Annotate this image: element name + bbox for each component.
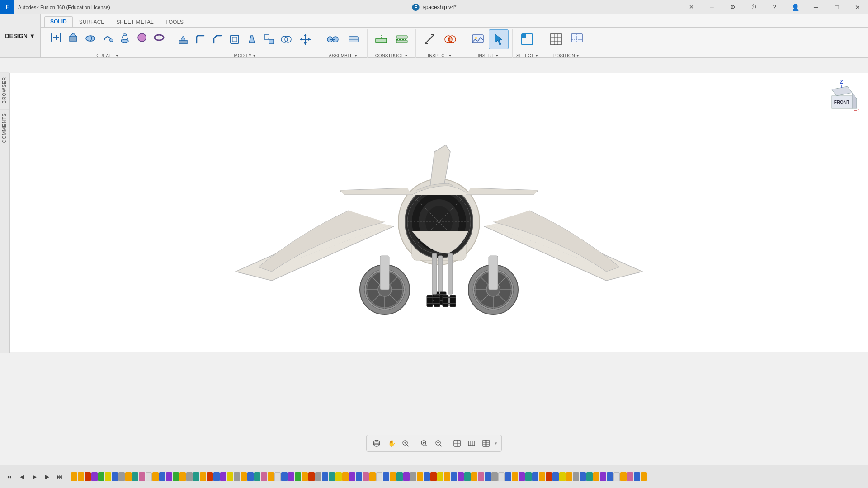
sphere-button[interactable] [134,29,150,46]
move-button[interactable] [295,29,315,49]
tl-item[interactable] [552,472,559,481]
tl-item[interactable] [179,472,186,481]
tl-item[interactable] [132,472,138,481]
tab-solid[interactable]: SOLID [44,16,73,27]
tl-item[interactable] [471,472,477,481]
tl-item[interactable] [613,472,620,481]
new-component-button[interactable] [48,29,64,46]
select-tool-button[interactable] [489,29,509,49]
tl-item[interactable] [403,472,410,481]
tl-item[interactable] [274,472,281,481]
tl-item[interactable] [159,472,165,481]
close-tab-button[interactable]: ✕ [681,0,702,14]
tl-item[interactable] [390,472,396,481]
orbit-button[interactable] [370,437,383,450]
tl-item[interactable] [634,472,640,481]
inspect-label[interactable]: INSPECT▼ [428,53,452,58]
tl-item[interactable] [539,472,545,481]
draft-button[interactable] [244,31,260,47]
tl-item[interactable] [261,472,267,481]
comments-tab[interactable]: COMMENTS [0,109,9,146]
joint-button[interactable] [323,29,343,49]
display-settings-button[interactable] [465,437,478,450]
insert-image-button[interactable] [468,29,488,49]
view-settings-button[interactable] [451,437,463,450]
tl-item[interactable] [464,472,471,481]
tl-item[interactable] [308,472,315,481]
create-label[interactable]: CREATE▼ [96,53,119,58]
tl-item[interactable] [417,472,423,481]
timeline-track[interactable] [69,465,868,488]
position-label[interactable]: POSITION▼ [553,53,580,58]
tl-item[interactable] [532,472,538,481]
tl-item[interactable] [525,472,532,481]
tl-item[interactable] [207,472,213,481]
tl-item[interactable] [295,472,301,481]
tl-item[interactable] [234,472,240,481]
tl-item[interactable] [247,472,254,481]
tl-item[interactable] [166,472,172,481]
interference-button[interactable] [440,29,460,49]
chamfer-button[interactable] [209,31,226,47]
tl-item[interactable] [363,472,369,481]
tl-item[interactable] [152,472,159,481]
extrude-button[interactable] [65,29,81,46]
tl-item[interactable] [376,472,382,481]
tl-item[interactable] [356,472,362,481]
tl-item[interactable] [268,472,274,481]
tl-item[interactable] [288,472,294,481]
tl-item[interactable] [146,472,152,481]
tl-item[interactable] [173,472,179,481]
tl-item[interactable] [586,472,593,481]
tl-item[interactable] [383,472,389,481]
tl-item[interactable] [281,472,288,481]
tab-surface[interactable]: SURFACE [74,17,110,27]
tl-item[interactable] [641,472,647,481]
timeline-first-button[interactable]: ⏮ [4,471,14,482]
browser-tab[interactable]: BROWSER [0,73,9,109]
tl-item[interactable] [112,472,118,481]
select-label[interactable]: SELECT▼ [516,53,538,58]
tl-item[interactable] [91,472,98,481]
tl-item[interactable] [105,472,111,481]
modify-label[interactable]: MODIFY▼ [234,53,256,58]
revolve-button[interactable] [82,29,99,46]
tl-item[interactable] [519,472,525,481]
scale-button[interactable] [261,31,277,47]
timeline-next-button[interactable]: ▶ [42,471,52,482]
tab-history-button[interactable]: ⏱ [743,0,764,14]
tl-item[interactable] [444,472,450,481]
shell-button[interactable] [226,31,243,47]
tab-tools[interactable]: TOOLS [160,17,189,27]
tl-item[interactable] [600,472,606,481]
tl-item[interactable] [491,472,498,481]
viewcube[interactable]: Z FRONT X [823,78,859,114]
sweep-button[interactable] [99,29,116,46]
tl-item[interactable] [213,472,220,481]
tl-item[interactable] [139,472,145,481]
tl-item[interactable] [335,472,342,481]
tl-item[interactable] [227,472,233,481]
select-button[interactable] [517,29,537,49]
tl-item[interactable] [512,472,518,481]
tl-item[interactable] [85,472,91,481]
grid-settings-button[interactable] [480,437,492,450]
tl-item[interactable] [200,472,206,481]
minimize-button[interactable]: ─ [806,0,826,14]
tl-item[interactable] [315,472,321,481]
pan-button[interactable]: ✋ [385,437,397,450]
timeline-play-button[interactable]: ▶ [29,471,40,482]
maximize-button[interactable]: □ [826,0,847,14]
tl-item[interactable] [437,472,443,481]
orientation-button[interactable] [567,29,587,49]
tab-sheet-metal[interactable]: SHEET METAL [111,17,159,27]
tl-item[interactable] [125,472,132,481]
tl-item[interactable] [505,472,511,481]
tl-item[interactable] [254,472,260,481]
tl-item[interactable] [498,472,505,481]
tl-item[interactable] [329,472,335,481]
timeline-last-button[interactable]: ⏭ [54,471,65,482]
tl-item[interactable] [458,472,464,481]
tl-item[interactable] [580,472,586,481]
zoom-out-button[interactable] [432,437,445,450]
